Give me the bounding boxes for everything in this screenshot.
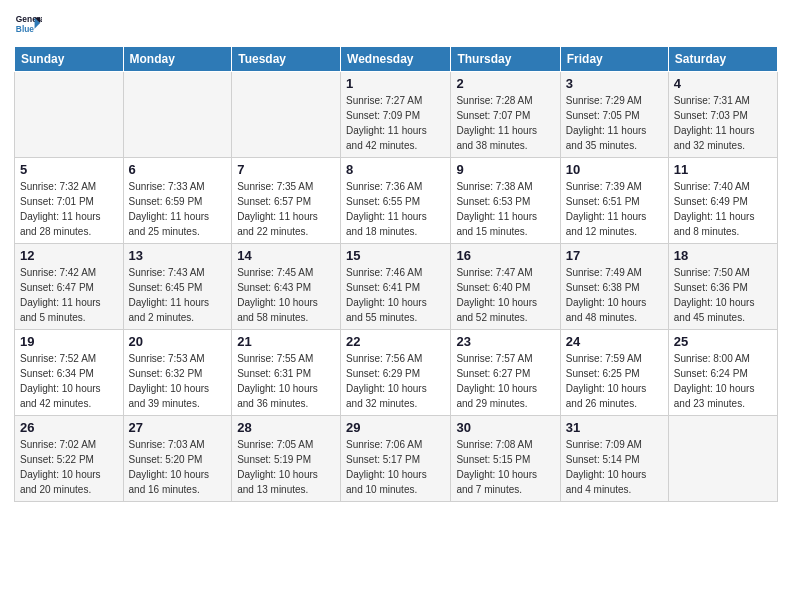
calendar-cell: 25Sunrise: 8:00 AM Sunset: 6:24 PM Dayli… <box>668 330 777 416</box>
weekday-header-friday: Friday <box>560 47 668 72</box>
calendar-cell: 8Sunrise: 7:36 AM Sunset: 6:55 PM Daylig… <box>341 158 451 244</box>
day-info: Sunrise: 7:03 AM Sunset: 5:20 PM Dayligh… <box>129 437 227 497</box>
day-info: Sunrise: 7:52 AM Sunset: 6:34 PM Dayligh… <box>20 351 118 411</box>
day-number: 30 <box>456 420 554 435</box>
weekday-header-row: SundayMondayTuesdayWednesdayThursdayFrid… <box>15 47 778 72</box>
day-number: 14 <box>237 248 335 263</box>
day-info: Sunrise: 7:31 AM Sunset: 7:03 PM Dayligh… <box>674 93 772 153</box>
day-number: 28 <box>237 420 335 435</box>
page: General Blue SundayMondayTuesdayWednesda… <box>0 0 792 612</box>
calendar-cell: 3Sunrise: 7:29 AM Sunset: 7:05 PM Daylig… <box>560 72 668 158</box>
day-number: 31 <box>566 420 663 435</box>
calendar-header: SundayMondayTuesdayWednesdayThursdayFrid… <box>15 47 778 72</box>
day-number: 11 <box>674 162 772 177</box>
calendar-cell: 14Sunrise: 7:45 AM Sunset: 6:43 PM Dayli… <box>232 244 341 330</box>
day-number: 22 <box>346 334 445 349</box>
day-info: Sunrise: 8:00 AM Sunset: 6:24 PM Dayligh… <box>674 351 772 411</box>
weekday-header-saturday: Saturday <box>668 47 777 72</box>
day-info: Sunrise: 7:33 AM Sunset: 6:59 PM Dayligh… <box>129 179 227 239</box>
weekday-header-sunday: Sunday <box>15 47 124 72</box>
day-info: Sunrise: 7:27 AM Sunset: 7:09 PM Dayligh… <box>346 93 445 153</box>
day-info: Sunrise: 7:47 AM Sunset: 6:40 PM Dayligh… <box>456 265 554 325</box>
calendar-cell: 19Sunrise: 7:52 AM Sunset: 6:34 PM Dayli… <box>15 330 124 416</box>
day-number: 5 <box>20 162 118 177</box>
calendar-cell: 28Sunrise: 7:05 AM Sunset: 5:19 PM Dayli… <box>232 416 341 502</box>
day-number: 15 <box>346 248 445 263</box>
calendar-cell <box>668 416 777 502</box>
day-info: Sunrise: 7:43 AM Sunset: 6:45 PM Dayligh… <box>129 265 227 325</box>
calendar-cell: 18Sunrise: 7:50 AM Sunset: 6:36 PM Dayli… <box>668 244 777 330</box>
calendar-cell <box>123 72 232 158</box>
calendar-cell: 30Sunrise: 7:08 AM Sunset: 5:15 PM Dayli… <box>451 416 560 502</box>
calendar-cell: 9Sunrise: 7:38 AM Sunset: 6:53 PM Daylig… <box>451 158 560 244</box>
day-info: Sunrise: 7:40 AM Sunset: 6:49 PM Dayligh… <box>674 179 772 239</box>
calendar-cell: 31Sunrise: 7:09 AM Sunset: 5:14 PM Dayli… <box>560 416 668 502</box>
calendar-cell <box>232 72 341 158</box>
calendar-cell: 12Sunrise: 7:42 AM Sunset: 6:47 PM Dayli… <box>15 244 124 330</box>
day-number: 26 <box>20 420 118 435</box>
day-info: Sunrise: 7:38 AM Sunset: 6:53 PM Dayligh… <box>456 179 554 239</box>
day-number: 10 <box>566 162 663 177</box>
calendar-week-row: 5Sunrise: 7:32 AM Sunset: 7:01 PM Daylig… <box>15 158 778 244</box>
day-number: 18 <box>674 248 772 263</box>
calendar-cell: 2Sunrise: 7:28 AM Sunset: 7:07 PM Daylig… <box>451 72 560 158</box>
day-info: Sunrise: 7:06 AM Sunset: 5:17 PM Dayligh… <box>346 437 445 497</box>
day-info: Sunrise: 7:28 AM Sunset: 7:07 PM Dayligh… <box>456 93 554 153</box>
day-info: Sunrise: 7:50 AM Sunset: 6:36 PM Dayligh… <box>674 265 772 325</box>
day-info: Sunrise: 7:09 AM Sunset: 5:14 PM Dayligh… <box>566 437 663 497</box>
day-info: Sunrise: 7:56 AM Sunset: 6:29 PM Dayligh… <box>346 351 445 411</box>
day-info: Sunrise: 7:53 AM Sunset: 6:32 PM Dayligh… <box>129 351 227 411</box>
calendar-week-row: 26Sunrise: 7:02 AM Sunset: 5:22 PM Dayli… <box>15 416 778 502</box>
day-info: Sunrise: 7:35 AM Sunset: 6:57 PM Dayligh… <box>237 179 335 239</box>
day-info: Sunrise: 7:02 AM Sunset: 5:22 PM Dayligh… <box>20 437 118 497</box>
day-number: 7 <box>237 162 335 177</box>
calendar-cell: 10Sunrise: 7:39 AM Sunset: 6:51 PM Dayli… <box>560 158 668 244</box>
logo: General Blue <box>14 10 46 38</box>
calendar-week-row: 19Sunrise: 7:52 AM Sunset: 6:34 PM Dayli… <box>15 330 778 416</box>
day-info: Sunrise: 7:46 AM Sunset: 6:41 PM Dayligh… <box>346 265 445 325</box>
day-number: 6 <box>129 162 227 177</box>
day-number: 1 <box>346 76 445 91</box>
weekday-header-monday: Monday <box>123 47 232 72</box>
calendar-cell: 17Sunrise: 7:49 AM Sunset: 6:38 PM Dayli… <box>560 244 668 330</box>
day-number: 3 <box>566 76 663 91</box>
day-number: 8 <box>346 162 445 177</box>
day-number: 4 <box>674 76 772 91</box>
day-number: 25 <box>674 334 772 349</box>
calendar-cell: 22Sunrise: 7:56 AM Sunset: 6:29 PM Dayli… <box>341 330 451 416</box>
calendar-cell: 1Sunrise: 7:27 AM Sunset: 7:09 PM Daylig… <box>341 72 451 158</box>
day-info: Sunrise: 7:45 AM Sunset: 6:43 PM Dayligh… <box>237 265 335 325</box>
calendar-cell: 24Sunrise: 7:59 AM Sunset: 6:25 PM Dayli… <box>560 330 668 416</box>
day-info: Sunrise: 7:05 AM Sunset: 5:19 PM Dayligh… <box>237 437 335 497</box>
day-info: Sunrise: 7:55 AM Sunset: 6:31 PM Dayligh… <box>237 351 335 411</box>
day-info: Sunrise: 7:36 AM Sunset: 6:55 PM Dayligh… <box>346 179 445 239</box>
calendar-cell: 27Sunrise: 7:03 AM Sunset: 5:20 PM Dayli… <box>123 416 232 502</box>
day-number: 27 <box>129 420 227 435</box>
calendar-table: SundayMondayTuesdayWednesdayThursdayFrid… <box>14 46 778 502</box>
calendar-cell: 21Sunrise: 7:55 AM Sunset: 6:31 PM Dayli… <box>232 330 341 416</box>
day-info: Sunrise: 7:49 AM Sunset: 6:38 PM Dayligh… <box>566 265 663 325</box>
calendar-cell: 6Sunrise: 7:33 AM Sunset: 6:59 PM Daylig… <box>123 158 232 244</box>
calendar-cell: 29Sunrise: 7:06 AM Sunset: 5:17 PM Dayli… <box>341 416 451 502</box>
day-number: 13 <box>129 248 227 263</box>
calendar-cell: 5Sunrise: 7:32 AM Sunset: 7:01 PM Daylig… <box>15 158 124 244</box>
calendar-cell: 23Sunrise: 7:57 AM Sunset: 6:27 PM Dayli… <box>451 330 560 416</box>
weekday-header-thursday: Thursday <box>451 47 560 72</box>
day-info: Sunrise: 7:57 AM Sunset: 6:27 PM Dayligh… <box>456 351 554 411</box>
day-number: 24 <box>566 334 663 349</box>
calendar-cell: 7Sunrise: 7:35 AM Sunset: 6:57 PM Daylig… <box>232 158 341 244</box>
day-number: 21 <box>237 334 335 349</box>
day-info: Sunrise: 7:39 AM Sunset: 6:51 PM Dayligh… <box>566 179 663 239</box>
logo-icon: General Blue <box>14 10 42 38</box>
day-number: 29 <box>346 420 445 435</box>
day-info: Sunrise: 7:42 AM Sunset: 6:47 PM Dayligh… <box>20 265 118 325</box>
calendar-cell: 4Sunrise: 7:31 AM Sunset: 7:03 PM Daylig… <box>668 72 777 158</box>
calendar-cell: 11Sunrise: 7:40 AM Sunset: 6:49 PM Dayli… <box>668 158 777 244</box>
weekday-header-tuesday: Tuesday <box>232 47 341 72</box>
day-number: 23 <box>456 334 554 349</box>
svg-text:Blue: Blue <box>16 24 34 34</box>
calendar-cell: 13Sunrise: 7:43 AM Sunset: 6:45 PM Dayli… <box>123 244 232 330</box>
header: General Blue <box>14 10 778 38</box>
day-info: Sunrise: 7:29 AM Sunset: 7:05 PM Dayligh… <box>566 93 663 153</box>
day-number: 16 <box>456 248 554 263</box>
